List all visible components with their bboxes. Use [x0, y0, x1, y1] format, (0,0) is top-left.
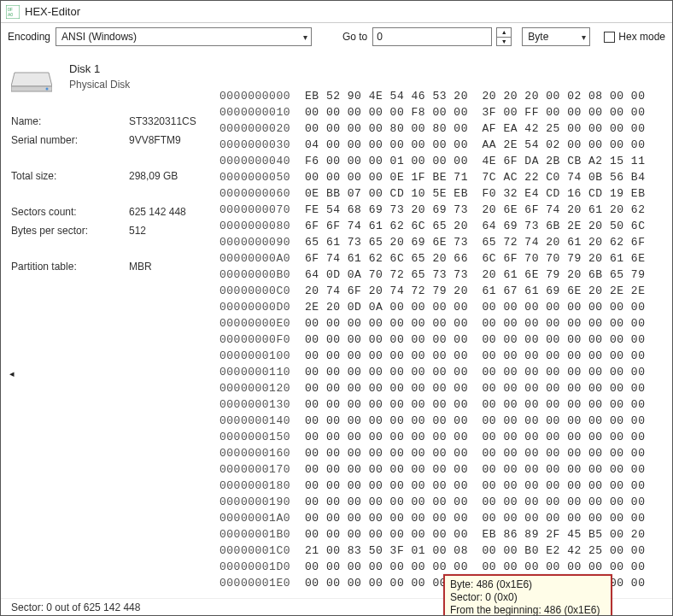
- chevron-down-icon: ▾: [582, 32, 586, 42]
- hex-row[interactable]: 000000019000 00 00 00 00 00 00 00 00 00 …: [219, 494, 669, 510]
- hex-bytes[interactable]: EB 52 90 4E 54 46 53 20 20 20 20 00 02 0…: [305, 88, 645, 104]
- hex-address: 0000000190: [219, 494, 305, 510]
- hex-address: 00000001A0: [219, 510, 305, 526]
- hex-row[interactable]: 000000009065 61 73 65 20 69 6E 73 65 72 …: [219, 234, 669, 250]
- hex-bytes[interactable]: F6 00 00 00 01 00 00 00 4E 6F DA 2B CB A…: [305, 153, 645, 169]
- hex-bytes[interactable]: 64 0D 0A 70 72 65 73 73 20 61 6E 79 20 6…: [305, 267, 645, 283]
- svg-point-5: [46, 88, 49, 91]
- goto-label: Go to: [342, 31, 367, 43]
- hex-address: 0000000170: [219, 461, 305, 478]
- hex-bytes[interactable]: 00 00 00 00 0E 1F BE 71 7C AC 22 C0 74 0…: [305, 169, 645, 185]
- disk-name: Disk 1: [69, 62, 130, 75]
- tooltip-sector: Sector: 0 (0x0): [450, 591, 606, 604]
- hex-bytes[interactable]: 6F 6F 74 61 62 6C 65 20 64 69 73 6B 2E 2…: [305, 218, 645, 234]
- hex-bytes[interactable]: 00 00 00 00 00 00 00 00 00 00 00 00 00 0…: [305, 478, 645, 494]
- hex-row[interactable]: 000000002000 00 00 00 80 00 80 00 AF EA …: [219, 120, 669, 137]
- info-row: Name:ST3320311CS: [11, 115, 206, 127]
- hex-row[interactable]: 000000016000 00 00 00 00 00 00 00 00 00 …: [219, 445, 669, 461]
- hex-row[interactable]: 000000005000 00 00 00 0E 1F BE 71 7C AC …: [219, 169, 669, 185]
- hex-address: 0000000110: [219, 364, 305, 380]
- hex-bytes[interactable]: 00 00 00 00 00 00 00 00 00 00 00 00 00 0…: [305, 445, 645, 461]
- hex-row[interactable]: 00000001A000 00 00 00 00 00 00 00 00 00 …: [219, 510, 669, 526]
- encoding-label: Encoding: [8, 31, 50, 43]
- hex-address: 00000001C0: [219, 543, 305, 559]
- hex-bytes[interactable]: 00 00 00 00 00 00 00 00 00 00 00 00 00 0…: [305, 396, 645, 413]
- hex-row[interactable]: 000000011000 00 00 00 00 00 00 00 00 00 …: [219, 364, 669, 380]
- hex-row[interactable]: 00000000600E BB 07 00 CD 10 5E EB F0 32 …: [219, 185, 669, 202]
- hex-bytes[interactable]: 20 74 6F 20 74 72 79 20 61 67 61 69 6E 2…: [305, 283, 645, 299]
- hexmode-label: Hex mode: [618, 31, 665, 43]
- hex-bytes[interactable]: 00 00 00 00 00 00 00 00 00 00 00 00 00 0…: [305, 331, 645, 348]
- hex-row[interactable]: 00000000D02E 20 0D 0A 00 00 00 00 00 00 …: [219, 299, 669, 315]
- hex-row[interactable]: 00000000A06F 74 61 62 6C 65 20 66 6C 6F …: [219, 250, 669, 267]
- hex-bytes[interactable]: 00 00 00 00 00 00 00 00 00 00 00 00 00 0…: [305, 315, 645, 331]
- hex-row[interactable]: 000000012000 00 00 00 00 00 00 00 00 00 …: [219, 380, 669, 396]
- hex-row[interactable]: 00000001B000 00 00 00 00 00 00 00 EB 86 …: [219, 526, 669, 543]
- hex-bytes[interactable]: 00 00 00 00 00 00 00 00 00 00 00 00 00 0…: [305, 510, 645, 526]
- hex-row[interactable]: 000000017000 00 00 00 00 00 00 00 00 00 …: [219, 461, 669, 478]
- goto-input[interactable]: 0: [372, 27, 492, 46]
- svg-marker-3: [11, 73, 52, 86]
- hex-address: 0000000160: [219, 445, 305, 461]
- hex-bytes[interactable]: 65 61 73 65 20 69 6E 73 65 72 74 20 61 2…: [305, 234, 645, 250]
- status-text: Sector: 0 out of 625 142 448: [11, 601, 140, 613]
- hex-address: 0000000010: [219, 104, 305, 120]
- hex-bytes[interactable]: 00 00 00 00 00 00 00 00 00 00 00 00 00 0…: [305, 429, 645, 445]
- hex-row[interactable]: 000000015000 00 00 00 00 00 00 00 00 00 …: [219, 429, 669, 445]
- hex-row[interactable]: 000000003004 00 00 00 00 00 00 00 AA 2E …: [219, 137, 669, 153]
- hex-row[interactable]: 00000001C021 00 83 50 3F 01 00 08 00 00 …: [219, 543, 669, 559]
- hex-bytes[interactable]: FE 54 68 69 73 20 69 73 20 6E 6F 74 20 6…: [305, 202, 645, 218]
- hex-row[interactable]: 000000014000 00 00 00 00 00 00 00 00 00 …: [219, 413, 669, 429]
- info-row: Serial number:9VV8FTM9: [11, 134, 206, 146]
- hex-address: 00000000C0: [219, 283, 305, 299]
- hex-row[interactable]: 000000010000 00 00 00 00 00 00 00 00 00 …: [219, 348, 669, 364]
- hex-bytes[interactable]: 00 00 00 00 00 00 00 00 00 00 00 00 00 0…: [305, 364, 645, 380]
- info-value: 9VV8FTM9: [129, 134, 181, 146]
- hex-bytes[interactable]: 00 00 00 00 80 00 80 00 AF EA 42 25 00 0…: [305, 120, 645, 137]
- hex-view[interactable]: 0000000000EB 52 90 4E 54 46 53 20 20 20 …: [216, 50, 672, 598]
- hex-row[interactable]: 00000000F000 00 00 00 00 00 00 00 00 00 …: [219, 331, 669, 348]
- hex-row[interactable]: 000000001000 00 00 00 00 F8 00 00 3F 00 …: [219, 104, 669, 120]
- hex-row[interactable]: 0000000040F6 00 00 00 01 00 00 00 4E 6F …: [219, 153, 669, 169]
- hex-row[interactable]: 0000000070FE 54 68 69 73 20 69 73 20 6E …: [219, 202, 669, 218]
- window-title: HEX-Editor: [25, 5, 80, 18]
- hex-bytes[interactable]: 04 00 00 00 00 00 00 00 AA 2E 54 02 00 0…: [305, 137, 645, 153]
- toolbar: Encoding ANSI (Windows) ▾ Go to 0 ▲ ▼ By…: [1, 23, 672, 50]
- spinner-up-icon[interactable]: ▲: [497, 28, 511, 38]
- hex-address: 0000000150: [219, 429, 305, 445]
- hex-address: 00000000D0: [219, 299, 305, 315]
- info-row: Sectors count:625 142 448: [11, 206, 206, 218]
- hex-row[interactable]: 00000000C020 74 6F 20 74 72 79 20 61 67 …: [219, 283, 669, 299]
- collapse-caret-icon[interactable]: ◂: [9, 368, 15, 379]
- hex-bytes[interactable]: 00 00 00 00 00 00 00 00 00 00 00 00 00 0…: [305, 494, 645, 510]
- unit-select[interactable]: Byte ▾: [522, 27, 590, 46]
- hex-bytes[interactable]: 00 00 00 00 00 00 00 00 00 00 00 00 00 0…: [305, 380, 645, 396]
- hex-bytes[interactable]: 0E BB 07 00 CD 10 5E EB F0 32 E4 CD 16 C…: [305, 185, 645, 202]
- info-key: Bytes per sector:: [11, 225, 129, 237]
- encoding-select[interactable]: ANSI (Windows) ▾: [56, 27, 312, 46]
- hex-address: 0000000070: [219, 202, 305, 218]
- hex-bytes[interactable]: 00 00 00 00 00 00 00 00 00 00 00 00 00 0…: [305, 413, 645, 429]
- hex-bytes[interactable]: 00 00 00 00 00 00 00 00 00 00 00 00 00 0…: [305, 348, 645, 364]
- info-value: 512: [129, 225, 146, 237]
- hex-bytes[interactable]: 00 00 00 00 00 00 00 00 00 00 00 00 00 0…: [305, 559, 645, 575]
- hex-row[interactable]: 0000000000EB 52 90 4E 54 46 53 20 20 20 …: [219, 88, 669, 104]
- spinner-down-icon[interactable]: ▼: [497, 38, 511, 46]
- goto-spinner[interactable]: ▲ ▼: [496, 27, 512, 46]
- hex-bytes[interactable]: 21 00 83 50 3F 01 00 08 00 00 B0 E2 42 2…: [305, 543, 645, 559]
- hex-bytes[interactable]: 00 00 00 00 00 00 00 00 EB 86 89 2F 45 B…: [305, 526, 645, 543]
- hex-row[interactable]: 00000000E000 00 00 00 00 00 00 00 00 00 …: [219, 315, 669, 331]
- hex-row[interactable]: 00000000B064 0D 0A 70 72 65 73 73 20 61 …: [219, 267, 669, 283]
- hex-bytes[interactable]: 6F 74 61 62 6C 65 20 66 6C 6F 70 70 79 2…: [305, 250, 645, 267]
- hex-address: 0000000050: [219, 169, 305, 185]
- hexmode-checkbox[interactable]: [604, 32, 615, 43]
- hex-address: 0000000080: [219, 218, 305, 234]
- hex-row[interactable]: 00000001D000 00 00 00 00 00 00 00 00 00 …: [219, 559, 669, 575]
- hex-bytes[interactable]: 2E 20 0D 0A 00 00 00 00 00 00 00 00 00 0…: [305, 299, 645, 315]
- hex-bytes[interactable]: 00 00 00 00 00 00 00 00 00 00 00 00 00 0…: [305, 461, 645, 478]
- hex-row[interactable]: 000000013000 00 00 00 00 00 00 00 00 00 …: [219, 396, 669, 413]
- hex-row[interactable]: 000000018000 00 00 00 00 00 00 00 00 00 …: [219, 478, 669, 494]
- hex-bytes[interactable]: 00 00 00 00 00 F8 00 00 3F 00 FF 00 00 0…: [305, 104, 645, 120]
- info-value: 298,09 GB: [129, 170, 178, 182]
- hex-row[interactable]: 00000000806F 6F 74 61 62 6C 65 20 64 69 …: [219, 218, 669, 234]
